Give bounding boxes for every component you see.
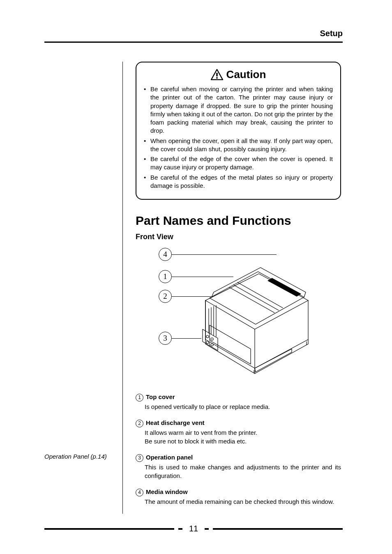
caution-item: Be careful of the edge of the cover when…: [144, 155, 333, 172]
section-heading: Part Names and Functions: [136, 214, 341, 228]
sub-heading: Front View: [136, 233, 341, 241]
section-tab: Setup: [44, 29, 343, 38]
part-title: Operation panel: [146, 453, 193, 462]
part-number-icon: 1: [136, 394, 143, 402]
callout-line: [172, 338, 201, 339]
svg-point-5: [211, 344, 213, 346]
svg-point-3: [211, 338, 213, 340]
part-title: Heat discharge vent: [146, 418, 205, 427]
page-number: 11: [187, 524, 201, 533]
svg-point-2: [206, 335, 209, 338]
page-header: Setup: [44, 29, 343, 43]
parts-list: 1 Top cover Is opened vertically to plac…: [136, 392, 341, 506]
callout-4: 4: [159, 248, 172, 261]
part-desc: This is used to make changes and adjustm…: [145, 463, 341, 480]
part-desc: The amount of media remaining can be che…: [145, 497, 341, 506]
part-title: Media window: [146, 487, 188, 496]
footer: 11: [44, 524, 343, 533]
caution-item: Be careful when moving or carrying the p…: [144, 85, 333, 135]
part-desc: It allows warm air to vent from the prin…: [145, 428, 341, 446]
part-number-icon: 4: [136, 489, 143, 496]
main-content: Caution Be careful when moving or carryi…: [136, 62, 341, 513]
part-item: 2 Heat discharge vent It allows warm air…: [136, 418, 341, 446]
callout-line: [172, 277, 233, 277]
part-item: 4 Media window The amount of media remai…: [136, 487, 341, 506]
svg-rect-1: [216, 77, 217, 78]
callout-line: [172, 296, 211, 297]
footer-rule-tick: [178, 528, 182, 530]
caution-item: When opening the cover, open it all the …: [144, 137, 333, 154]
printer-illustration: [148, 247, 341, 387]
footer-rule: [44, 528, 174, 530]
part-title: Top cover: [146, 392, 175, 401]
part-item: 1 Top cover Is opened vertically to plac…: [136, 392, 341, 411]
front-view-figure: 4 1 2 3: [148, 247, 341, 387]
caution-list: Be careful when moving or carrying the p…: [144, 85, 333, 190]
callout-2: 2: [159, 290, 172, 303]
callout-line: [172, 254, 277, 255]
part-item: 3 Operation panel This is used to make c…: [136, 453, 341, 480]
caution-item: Be careful of the edges of the metal pla…: [144, 173, 333, 190]
footer-rule: [213, 528, 343, 530]
footer-rule-tick: [205, 528, 209, 530]
svg-rect-0: [216, 73, 217, 76]
column-divider: [122, 62, 123, 514]
warning-icon: [211, 69, 223, 80]
header-rule: [44, 42, 343, 43]
part-number-icon: 2: [136, 420, 143, 427]
callout-3: 3: [159, 332, 172, 345]
part-desc: Is opened vertically to place or replace…: [145, 402, 341, 411]
callout-1: 1: [159, 270, 172, 283]
part-number-icon: 3: [136, 454, 143, 462]
svg-point-4: [206, 341, 209, 344]
caution-title: Caution: [226, 68, 266, 81]
sidebar-xref: Operation Panel (p.14): [44, 453, 107, 460]
caution-box: Caution Be careful when moving or carryi…: [136, 62, 341, 200]
